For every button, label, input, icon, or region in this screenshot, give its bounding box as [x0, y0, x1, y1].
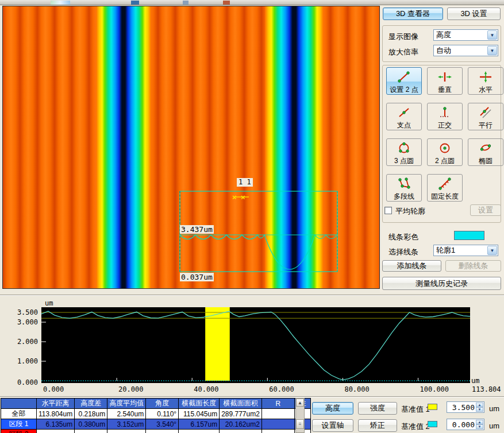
tool-button-vertical[interactable]: 垂直 [427, 67, 463, 95]
table-cell: 6.135um [37, 419, 75, 430]
tool-label: 固定长度 [431, 192, 459, 201]
tool-button-orthogonal[interactable]: 正交 [427, 103, 463, 130]
y-tick-label: 2.000 [11, 338, 38, 346]
tool-button-circle-2pt[interactable]: 2 点圆 [427, 138, 463, 166]
spin-down-icon[interactable]: ▼ [476, 424, 483, 429]
ref1-color-swatch[interactable] [428, 404, 437, 410]
delete-line-button[interactable]: 删除线条 [445, 260, 501, 272]
tool-label: 椭圆 [479, 156, 493, 165]
tool-label: 垂直 [438, 85, 452, 94]
add-line-button[interactable]: 添加线条 [382, 260, 441, 272]
base-value-label: 0.037um [180, 273, 214, 281]
table-cell: 115.045um [179, 409, 220, 419]
measurement-table[interactable]: 水平距离高度差高度平均值角度横截面长度横截面面积R注全部113.804um0.2… [1, 398, 311, 433]
select-line-select[interactable]: 轮廓1 ▼ [433, 245, 498, 256]
table-header-cell: 水平距离 [37, 399, 75, 409]
vertical-icon [437, 68, 452, 85]
y-tick-label: 3.500 [11, 308, 38, 316]
tool-button-polyline[interactable]: 多段线 [386, 174, 422, 202]
spin-up-icon[interactable]: ▲ [476, 403, 483, 407]
table-cell [261, 419, 294, 430]
average-profile-checkbox[interactable] [384, 207, 392, 214]
toolbar-icon-fragment [131, 1, 139, 5]
measurement-overlay[interactable]: × × [3, 6, 379, 288]
tool-label: 支点 [397, 121, 411, 130]
ref2-value: 0.000 [452, 420, 475, 429]
correct-button[interactable]: 矫正 [358, 419, 397, 432]
measurement-results-region: 水平距离高度差高度平均值角度横截面长度横截面面积R注全部113.804um0.2… [0, 397, 504, 433]
tool-label: 平行 [479, 121, 493, 130]
y-tick-label: 3.000 [11, 318, 38, 326]
height-mode-button[interactable]: 高度 [312, 402, 353, 415]
tool-label: 水平 [479, 85, 493, 94]
select-line-value: 轮廓1 [436, 246, 455, 254]
table-header-cell: 横截面长度 [179, 399, 220, 409]
tool-button-pivot[interactable]: 支点 [386, 103, 422, 130]
spin-up-icon[interactable]: ▲ [476, 420, 483, 424]
select-line-label: 选择线条 [388, 247, 418, 257]
ref2-spinner[interactable]: 0.000 ▲▼ [447, 419, 484, 430]
circle-3pt-icon [397, 139, 411, 156]
table-header-cell: 高度差 [75, 399, 107, 409]
ref1-label: 基准值 1 [401, 404, 430, 415]
x-tick-label: 100.000 [420, 385, 449, 393]
tool-button-circle-3pt[interactable]: 3 点圆 [386, 138, 422, 166]
spin-down-icon[interactable]: ▼ [476, 407, 483, 412]
tool-label: 3 点圆 [394, 156, 414, 165]
profile-chart-svg [41, 307, 470, 383]
tool-label: 多段线 [394, 192, 414, 201]
marker-id-label: 1 1 [237, 178, 253, 187]
table-scrollbar[interactable]: ▲ ≡ [295, 398, 305, 433]
fixed-length-icon [437, 175, 452, 192]
table-cell [146, 430, 179, 433]
table-row[interactable]: 区段 16.135um0.380um3.152um3.540°6.157um20… [1, 419, 311, 430]
table-cell [75, 430, 107, 433]
profile-settings-button[interactable]: 设置 [470, 204, 501, 216]
circle-2pt-icon [437, 139, 452, 156]
chevron-down-icon[interactable]: ▼ [487, 246, 497, 255]
intensity-mode-button[interactable]: 强度 [358, 402, 397, 415]
table-cell: 2.540um [107, 409, 146, 419]
measure-history-button[interactable]: 测量线历史记录 [382, 277, 501, 290]
x-axis-unit-label: um [471, 377, 479, 385]
set-axis-button[interactable]: 设置轴 [312, 419, 353, 432]
table-cell: 113.804um [37, 409, 75, 419]
height-map-image[interactable]: × × 3.437um 0.037um 1 1 [2, 6, 380, 289]
table-cell [107, 430, 146, 433]
x-tick-label: 0.000 [43, 385, 64, 393]
tool-button-horizontal[interactable]: 水平 [468, 67, 503, 95]
table-row[interactable]: 全部113.804um0.218um2.540um0.110°115.045um… [1, 409, 311, 419]
ref1-spinner[interactable]: 3.500 ▲▼ [447, 401, 484, 413]
average-profile-label: 平均轮廓 [395, 206, 425, 216]
tool-button-fixed-length[interactable]: 固定长度 [427, 174, 463, 202]
row-name-cell[interactable]: 区段 1 [1, 419, 37, 430]
table-header-cell: R [261, 399, 294, 409]
marker-x-icon[interactable]: × [232, 193, 237, 202]
height-value-label: 3.437um [180, 225, 214, 234]
scroll-up-icon[interactable]: ▲ [296, 399, 304, 407]
tool-button-two-point-line[interactable]: 设置 2 点 [386, 67, 422, 95]
horizontal-icon [478, 68, 493, 85]
tool-label: 2 点圆 [435, 156, 455, 165]
ref2-color-swatch[interactable] [428, 421, 437, 427]
table-cell: 0.218um [75, 409, 107, 419]
tool-button-ellipse[interactable]: 椭圆 [468, 138, 503, 166]
table-row[interactable]: 区段 2 [1, 430, 311, 433]
line-color-swatch[interactable] [454, 231, 484, 240]
row-name-cell[interactable]: 全部 [1, 409, 37, 419]
table-cell [261, 409, 294, 419]
table-cell: 20.162um2 [220, 419, 262, 430]
toolbar-icon-fragment [183, 1, 188, 5]
profile-plot[interactable] [41, 307, 470, 383]
ref1-value: 3.500 [452, 403, 475, 412]
ref2-label: 基准值 2 [401, 422, 430, 432]
row-name-cell[interactable]: 区段 2 [1, 430, 37, 433]
x-tick-label: 113.804 [472, 385, 501, 393]
table-cell: 0.380um [75, 419, 107, 430]
table-header-cell: 高度平均值 [107, 399, 146, 409]
scrollbar-thumb[interactable]: ≡ [296, 419, 304, 429]
polyline-icon [397, 175, 411, 192]
marker-x-icon[interactable]: × [241, 193, 245, 202]
toolbar-icon-fragment [51, 1, 70, 5]
tool-button-parallel[interactable]: 平行 [468, 103, 503, 130]
